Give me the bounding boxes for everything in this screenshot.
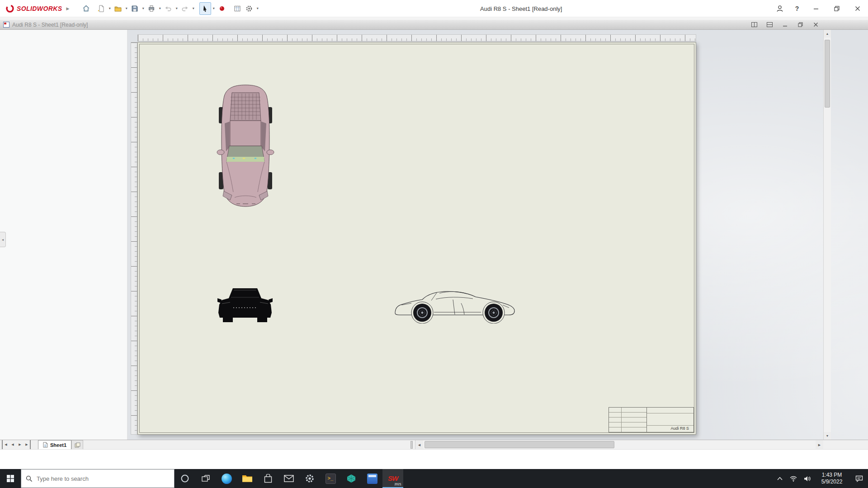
taskbar-app-display[interactable] [362,469,382,488]
solidworks-logo[interactable]: SOLIDWORKS ▶ [0,4,69,13]
doc-minimize-button[interactable] [780,21,790,28]
home-icon [82,5,90,12]
new-document-icon [98,5,105,12]
settings-gear-icon [305,474,315,483]
taskbar-app-solidworks[interactable]: SW 2021 [382,469,403,488]
search-input[interactable] [37,475,170,482]
taskbar-app-cad-viewer[interactable] [341,469,362,488]
account-button[interactable] [771,0,788,17]
doc-close-button[interactable] [811,21,821,28]
taskbar-search[interactable] [21,469,175,488]
previous-sheet-button[interactable]: ◀ [9,440,16,449]
first-sheet-button[interactable]: ◀ [2,440,9,449]
taskbar-app-store[interactable] [258,469,278,488]
brand-expand-arrow-icon[interactable]: ▶ [66,6,69,11]
undo-icon [165,5,172,12]
title-block-revision-table [609,408,647,432]
close-button[interactable] [847,0,868,17]
next-sheet-button[interactable]: ▶ [16,440,24,449]
save-icon [131,5,138,12]
scroll-left-arrow-icon[interactable]: ◀ [415,440,423,450]
tray-overflow-button[interactable] [773,469,787,488]
mouse-gestures-button[interactable] [216,2,228,15]
viewport-layout2-button[interactable] [764,21,774,28]
vertical-scrollbar-thumb[interactable] [825,40,830,108]
add-sheet-tab[interactable] [71,440,83,449]
network-button[interactable] [787,469,800,488]
car-top-view-drawing [217,84,274,208]
solidworks-logo-icon [5,4,14,13]
select-tool-dropdown[interactable]: ▾ [211,2,216,15]
save-dropdown[interactable]: ▾ [141,2,146,15]
print-button[interactable] [146,2,157,15]
help-button[interactable]: ? [788,0,806,17]
new-document-button[interactable] [95,2,107,15]
panel-expand-arrow[interactable]: ◂ [0,232,6,247]
doc-minimize-icon [783,22,788,27]
last-sheet-button[interactable]: ▶ [24,440,31,449]
horizontal-scrollbar[interactable]: ◀ ▶ [415,440,823,450]
system-tray: 1:43 PM 5/9/2022 [773,469,868,488]
undo-dropdown[interactable]: ▾ [174,2,179,15]
document-window-controls [749,21,821,28]
restore-button[interactable] [826,0,847,17]
taskbar-app-mail[interactable] [278,469,299,488]
doc-restore-button[interactable] [795,21,805,28]
options-button[interactable] [243,2,255,15]
taskbar-app-dark-tile[interactable]: >_ [320,469,341,488]
viewport-layout-button[interactable] [749,21,759,28]
status-bar [0,449,868,469]
redo-button[interactable] [179,2,191,15]
vertical-scrollbar[interactable]: ▲ ▼ [823,30,831,440]
minimize-button[interactable] [806,0,826,17]
graphics-area[interactable]: Audi R8 S [127,30,868,440]
undo-button[interactable] [162,2,174,15]
tab-sheet1[interactable]: Sheet1 [38,440,71,449]
home-button[interactable] [80,2,92,15]
windows-taskbar: >_ SW 2021 [0,469,868,488]
table-icon [234,5,241,12]
options-dropdown[interactable]: ▾ [255,2,260,15]
wifi-icon [790,476,797,482]
drawing-view-front[interactable] [217,286,273,323]
horizontal-scrollbar-thumb[interactable] [425,441,614,448]
start-button[interactable] [0,469,21,488]
open-button[interactable] [112,2,124,15]
taskbar-clock[interactable]: 1:43 PM 5/9/2022 [814,469,850,488]
blue-window-icon [367,474,377,484]
tab-area-splitter[interactable] [410,441,413,449]
scroll-down-arrow-icon[interactable]: ▼ [824,432,831,440]
volume-button[interactable] [800,469,814,488]
drawing-sheet[interactable]: Audi R8 S [137,42,696,435]
print-dropdown[interactable]: ▾ [157,2,162,15]
action-center-button[interactable] [850,469,868,488]
title-block[interactable]: Audi R8 S [609,407,694,432]
user-avatar-icon [776,5,784,13]
scroll-right-arrow-icon[interactable]: ▶ [816,440,823,450]
scroll-up-arrow-icon[interactable]: ▲ [824,30,831,38]
cortana-button[interactable] [175,469,195,488]
red-sphere-icon [219,5,225,12]
title-block-main: Audi R8 S [647,408,693,432]
taskbar-app-file-explorer[interactable] [237,469,258,488]
select-tool-button[interactable] [199,2,211,15]
horizontal-ruler [137,34,696,42]
speaker-icon [804,476,811,482]
car-side-view-drawing [392,287,519,324]
search-icon [26,475,33,482]
select-cursor-icon [202,5,209,12]
save-button[interactable] [129,2,141,15]
drawing-view-side[interactable] [392,287,519,324]
new-document-dropdown[interactable]: ▾ [107,2,112,15]
drawing-view-top[interactable] [217,84,274,208]
task-view-button[interactable] [195,469,216,488]
redo-dropdown[interactable]: ▾ [191,2,196,15]
title-block-part-name: Audi R8 S [670,426,689,431]
taskbar-app-settings[interactable] [299,469,320,488]
minimize-icon [813,6,819,11]
sheet-properties-button[interactable] [231,2,243,15]
open-dropdown[interactable]: ▾ [124,2,129,15]
document-titlebar: Audi R8 S - Sheet1 [Read-only] [0,20,868,30]
titlebar-controls: ? [771,0,868,17]
taskbar-app-edge[interactable] [216,469,237,488]
